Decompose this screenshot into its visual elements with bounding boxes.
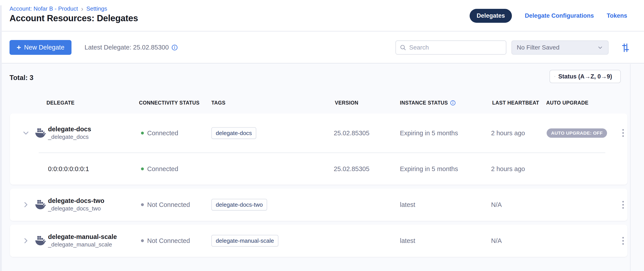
delegate-main-row: delegate-docs _delegate_docs Connected d… xyxy=(10,113,628,153)
delegate-row-delegate-manual-scale: delegate-manual-scale _delegate_manual_s… xyxy=(10,225,628,257)
connectivity-label: Connected xyxy=(147,129,178,137)
disconnected-dot-icon xyxy=(141,203,144,206)
auto-upgrade-badge: AUTO UPGRADE: OFF xyxy=(547,128,607,138)
sort-select-value: Status (A→Z, 0→9) xyxy=(558,73,612,80)
search-input[interactable] xyxy=(409,44,502,51)
instance-status-cell: latest xyxy=(400,237,415,245)
saved-filter-value: No Filter Saved xyxy=(517,44,597,51)
connectivity-cell: Not Connected xyxy=(141,201,190,209)
delegate-row-delegate-docs: delegate-docs _delegate_docs Connected d… xyxy=(10,113,628,185)
delegate-name: delegate-docs-two xyxy=(48,197,104,205)
search-box xyxy=(396,40,506,55)
plus-icon: + xyxy=(16,44,21,51)
tab-tokens[interactable]: Tokens xyxy=(606,12,627,19)
breadcrumb: Account: Nofar B - Product › Settings xyxy=(10,5,107,12)
connectivity-cell: Connected xyxy=(141,165,178,172)
column-header-tags: TAGS xyxy=(211,100,226,106)
connectivity-cell: Not Connected xyxy=(141,237,190,245)
column-header-last-heartbeat: LAST HEARTBEAT xyxy=(492,100,539,106)
page-header: Account: Nofar B - Product › Settings Ac… xyxy=(0,0,644,31)
delegate-row-delegate-docs-two: delegate-docs-two _delegate_docs_two Not… xyxy=(10,189,628,221)
row-menu-button[interactable] xyxy=(618,199,628,211)
version-cell: 25.02.85305 xyxy=(334,129,369,137)
column-header-delegate: DELEGATE xyxy=(46,100,74,106)
delegate-name-cell[interactable]: delegate-manual-scale _delegate_manual_s… xyxy=(48,233,117,249)
page-title: Account Resources: Delegates xyxy=(10,13,138,23)
latest-delegate-version: Latest Delegate: 25.02.85300 xyxy=(84,32,178,63)
row-menu-button[interactable] xyxy=(618,235,628,247)
instance-host: 0:0:0:0:0:0:0:1 xyxy=(48,165,89,172)
version-cell: 25.02.85305 xyxy=(334,165,369,172)
chevron-down-icon xyxy=(597,44,603,51)
docker-icon xyxy=(34,200,46,210)
delegate-main-row: delegate-manual-scale _delegate_manual_s… xyxy=(10,225,628,257)
filter-sliders-icon xyxy=(620,42,631,53)
delegate-instance-row: 0:0:0:0:0:0:0:1 Connected 25.02.85305 Ex… xyxy=(10,153,628,185)
sort-arrows-icon xyxy=(554,73,555,80)
last-heartbeat-cell: N/A xyxy=(491,201,502,209)
row-menu-button[interactable] xyxy=(618,127,628,139)
expand-row-button[interactable] xyxy=(22,236,30,245)
tag-chip: delegate-docs xyxy=(211,127,256,139)
tags-cell: delegate-docs xyxy=(211,127,256,139)
disconnected-dot-icon xyxy=(141,239,144,242)
breadcrumb-settings-link[interactable]: Settings xyxy=(86,5,107,12)
info-icon[interactable] xyxy=(450,100,456,106)
delegate-hostname: _delegate_manual_scale xyxy=(48,241,117,249)
search-icon xyxy=(400,44,406,51)
column-header-auto-upgrade: AUTO UPGRADE xyxy=(546,100,588,106)
last-heartbeat-cell: 2 hours ago xyxy=(491,129,525,137)
filter-panel-button[interactable] xyxy=(620,42,631,53)
tab-delegate-configurations[interactable]: Delegate Configurations xyxy=(525,12,594,19)
instance-status-cell: latest xyxy=(400,201,415,209)
docker-icon xyxy=(34,128,46,138)
auto-upgrade-cell: AUTO UPGRADE: OFF xyxy=(547,128,607,138)
sort-select[interactable]: Status (A→Z, 0→9) xyxy=(550,70,621,83)
connectivity-cell: Connected xyxy=(141,129,178,137)
connected-dot-icon xyxy=(141,167,144,170)
delegates-page: Account: Nofar B - Product › Settings Ac… xyxy=(0,0,644,271)
chevron-right-icon xyxy=(22,201,30,209)
total-count: Total: 3 xyxy=(10,74,34,82)
left-frame-strip xyxy=(0,5,2,271)
delegate-name-cell[interactable]: delegate-docs-two _delegate_docs_two xyxy=(48,197,104,212)
delegate-name: delegate-manual-scale xyxy=(48,233,117,241)
tag-chip: delegate-manual-scale xyxy=(211,235,278,247)
tag-chip: delegate-docs-two xyxy=(211,199,267,211)
delegate-main-row: delegate-docs-two _delegate_docs_two Not… xyxy=(10,189,628,221)
tab-delegates[interactable]: Delegates xyxy=(470,9,512,23)
info-icon[interactable] xyxy=(172,44,178,51)
new-delegate-button[interactable]: + New Delegate xyxy=(10,40,72,55)
column-header-connectivity-status: CONNECTIVITY STATUS xyxy=(139,100,200,106)
tags-cell: delegate-manual-scale xyxy=(211,235,278,247)
expand-row-button[interactable] xyxy=(22,200,30,209)
delegate-name-cell[interactable]: delegate-docs _delegate_docs xyxy=(48,125,91,141)
last-heartbeat-cell: 2 hours ago xyxy=(491,165,525,172)
connectivity-label: Not Connected xyxy=(147,237,190,245)
connectivity-label: Connected xyxy=(147,165,178,172)
latest-delegate-text: Latest Delegate: 25.02.85300 xyxy=(84,44,169,51)
connectivity-label: Not Connected xyxy=(147,201,190,209)
instance-status-cell: Expiring in 5 months xyxy=(400,165,458,172)
column-header-version: VERSION xyxy=(335,100,358,106)
tags-cell: delegate-docs-two xyxy=(211,199,267,211)
instance-status-cell: Expiring in 5 months xyxy=(400,129,458,137)
docker-icon xyxy=(34,236,46,246)
delegate-hostname: _delegate_docs xyxy=(48,133,91,141)
collapse-row-button[interactable] xyxy=(22,129,30,137)
new-delegate-label: New Delegate xyxy=(24,44,64,51)
breadcrumb-account-link[interactable]: Account: Nofar B - Product xyxy=(10,5,78,12)
delegate-name: delegate-docs xyxy=(48,125,91,133)
breadcrumb-separator-icon: › xyxy=(81,6,83,12)
connected-dot-icon xyxy=(141,132,144,134)
delegate-hostname: _delegate_docs_two xyxy=(48,205,104,213)
chevron-down-icon xyxy=(615,73,616,80)
last-heartbeat-cell: N/A xyxy=(491,237,502,245)
chevron-down-icon xyxy=(22,129,30,137)
column-header-instance-status: INSTANCE STATUS xyxy=(400,100,456,106)
resource-tabs: Delegates Delegate Configurations Tokens xyxy=(470,0,627,31)
chevron-right-icon xyxy=(22,237,30,245)
toolbar: + New Delegate Latest Delegate: 25.02.85… xyxy=(0,32,644,63)
saved-filter-select[interactable]: No Filter Saved xyxy=(512,40,608,55)
scroll-track-line xyxy=(630,64,630,271)
